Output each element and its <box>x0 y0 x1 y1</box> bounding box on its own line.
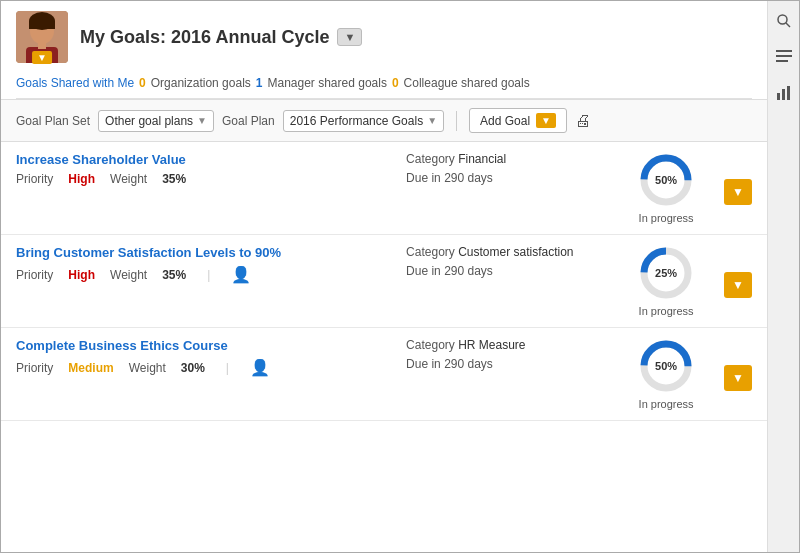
org-count: 0 <box>139 76 146 90</box>
print-icon[interactable]: 🖨 <box>575 112 591 130</box>
goal-action-button-2[interactable]: ▼ <box>724 365 752 391</box>
weight-label-1: Weight <box>110 268 147 282</box>
main-content: ▼ My Goals: 2016 Annual Cycle ▼ Goals Sh… <box>1 1 767 552</box>
progress-status-2: In progress <box>639 398 694 410</box>
goal-progress-wrap-1: 25% In progress ▼ <box>616 245 752 317</box>
svg-rect-18 <box>782 89 785 100</box>
goal-left-1: Bring Customer Satisfaction Levels to 90… <box>16 245 396 284</box>
header-top: ▼ My Goals: 2016 Annual Cycle ▼ <box>16 11 752 63</box>
donut-label-0: 50% <box>655 174 677 186</box>
priority-label-2: Priority <box>16 361 53 375</box>
priority-value-1: High <box>68 268 95 282</box>
goal-action-button-1[interactable]: ▼ <box>724 272 752 298</box>
category-value-2: HR Measure <box>458 338 525 352</box>
goal-name-1[interactable]: Bring Customer Satisfaction Levels to 90… <box>16 245 396 260</box>
add-goal-dropdown-arrow-icon: ▼ <box>536 113 556 128</box>
goal-action-button-0[interactable]: ▼ <box>724 179 752 205</box>
goal-progress-wrap-0: 50% In progress ▼ <box>616 152 752 224</box>
donut-chart-1: 25% <box>638 245 694 301</box>
shared-bar: Goals Shared with Me 0 Organization goal… <box>16 71 752 99</box>
goal-meta-row-2: Priority Medium Weight 30% |👤 <box>16 358 396 377</box>
goals-list: Increase Shareholder Value Priority High… <box>1 142 767 552</box>
progress-status-0: In progress <box>639 212 694 224</box>
goal-progress-section-2: 50% In progress <box>616 338 706 410</box>
weight-label-0: Weight <box>110 172 147 186</box>
category-label-1: Category <box>406 245 455 259</box>
org-label: Organization goals <box>151 76 251 90</box>
goal-due-0: Due in 290 days <box>406 171 606 185</box>
donut-chart-0: 50% <box>638 152 694 208</box>
header: ▼ My Goals: 2016 Annual Cycle ▼ Goals Sh… <box>1 1 767 100</box>
goal-plan-set-select[interactable]: Other goal plans ▼ <box>98 110 214 132</box>
list-sidebar-icon[interactable] <box>772 45 796 69</box>
goal-progress-section-0: 50% In progress <box>616 152 706 224</box>
page-title: My Goals: 2016 Annual Cycle <box>80 27 329 48</box>
category-value-1: Customer satisfaction <box>458 245 573 259</box>
priority-label-0: Priority <box>16 172 53 186</box>
goal-plan-set-arrow-icon: ▼ <box>197 115 207 126</box>
weight-value-1: 35% <box>162 268 186 282</box>
goal-progress-section-1: 25% In progress <box>616 245 706 317</box>
goal-category-row-2: Category HR Measure <box>406 338 606 352</box>
svg-rect-14 <box>776 50 792 52</box>
toolbar-separator <box>456 111 457 131</box>
svg-rect-16 <box>776 60 788 62</box>
svg-rect-5 <box>38 42 46 49</box>
donut-label-1: 25% <box>655 267 677 279</box>
svg-point-12 <box>778 15 787 24</box>
goal-meta-row-0: Priority High Weight 35% <box>16 172 396 186</box>
goal-name-2[interactable]: Complete Business Ethics Course <box>16 338 396 353</box>
goal-meta-row-1: Priority High Weight 35% |👤 <box>16 265 396 284</box>
svg-rect-17 <box>777 93 780 100</box>
add-goal-label: Add Goal <box>480 114 530 128</box>
person-icon[interactable]: 👤 <box>231 265 251 284</box>
priority-label-1: Priority <box>16 268 53 282</box>
right-sidebar <box>767 1 799 552</box>
goal-plan-set-label: Goal Plan Set <box>16 114 90 128</box>
add-goal-button[interactable]: Add Goal ▼ <box>469 108 567 133</box>
table-row: Complete Business Ethics Course Priority… <box>1 328 767 421</box>
goal-plan-arrow-icon: ▼ <box>427 115 437 126</box>
priority-value-0: High <box>68 172 95 186</box>
avatar-badge: ▼ <box>32 51 52 64</box>
svg-line-13 <box>786 23 790 27</box>
weight-value-2: 30% <box>181 361 205 375</box>
category-value-0: Financial <box>458 152 506 166</box>
goal-category-row-0: Category Financial <box>406 152 606 166</box>
progress-status-1: In progress <box>639 305 694 317</box>
svg-rect-19 <box>787 86 790 100</box>
colleague-count: 0 <box>392 76 399 90</box>
goals-shared-link[interactable]: Goals Shared with Me <box>16 76 134 90</box>
title-dropdown-button[interactable]: ▼ <box>337 28 362 46</box>
goal-plan-set-value: Other goal plans <box>105 114 193 128</box>
search-sidebar-icon[interactable] <box>772 9 796 33</box>
weight-value-0: 35% <box>162 172 186 186</box>
goal-plan-value: 2016 Performance Goals <box>290 114 423 128</box>
manager-label: Manager shared goals <box>268 76 387 90</box>
goal-due-2: Due in 290 days <box>406 357 606 371</box>
svg-rect-3 <box>29 21 55 29</box>
goal-category-row-1: Category Customer satisfaction <box>406 245 606 259</box>
goal-plan-select[interactable]: 2016 Performance Goals ▼ <box>283 110 444 132</box>
weight-label-2: Weight <box>129 361 166 375</box>
person-icon[interactable]: 👤 <box>250 358 270 377</box>
toolbar: Goal Plan Set Other goal plans ▼ Goal Pl… <box>1 100 767 142</box>
chart-sidebar-icon[interactable] <box>772 81 796 105</box>
donut-chart-2: 50% <box>638 338 694 394</box>
goal-middle-0: Category Financial Due in 290 days <box>406 152 606 185</box>
goal-middle-2: Category HR Measure Due in 290 days <box>406 338 606 371</box>
manager-count: 1 <box>256 76 263 90</box>
priority-value-2: Medium <box>68 361 113 375</box>
goal-progress-wrap-2: 50% In progress ▼ <box>616 338 752 410</box>
colleague-label: Colleague shared goals <box>404 76 530 90</box>
header-title-area: My Goals: 2016 Annual Cycle ▼ <box>80 27 362 48</box>
donut-label-2: 50% <box>655 360 677 372</box>
goal-middle-1: Category Customer satisfaction Due in 29… <box>406 245 606 278</box>
goal-due-1: Due in 290 days <box>406 264 606 278</box>
goal-left-2: Complete Business Ethics Course Priority… <box>16 338 396 377</box>
goal-plan-label: Goal Plan <box>222 114 275 128</box>
category-label-2: Category <box>406 338 455 352</box>
goal-name-0[interactable]: Increase Shareholder Value <box>16 152 396 167</box>
table-row: Bring Customer Satisfaction Levels to 90… <box>1 235 767 328</box>
avatar-container: ▼ <box>16 11 68 63</box>
